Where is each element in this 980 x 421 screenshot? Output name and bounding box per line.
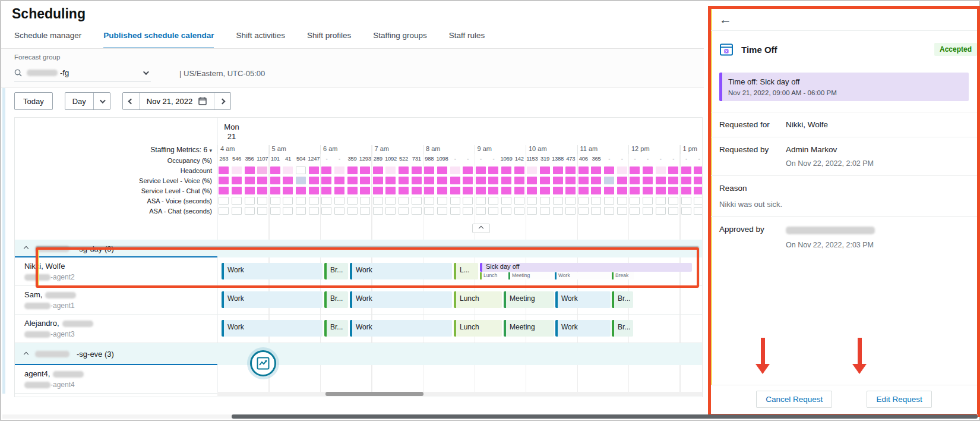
schedule-bar-break[interactable]: Br... xyxy=(612,320,633,337)
heatmap-cell[interactable] xyxy=(527,166,537,174)
heatmap-cell[interactable] xyxy=(385,177,396,184)
heatmap-cell[interactable] xyxy=(476,187,486,194)
schedule-subsegment-meeting[interactable]: Meeting xyxy=(508,272,554,279)
heatmap-cell[interactable] xyxy=(617,207,627,215)
heatmap-cell[interactable] xyxy=(514,207,524,215)
heatmap-cell[interactable] xyxy=(245,207,255,215)
heatmap-cell[interactable] xyxy=(283,187,293,194)
heatmap-cell[interactable] xyxy=(488,197,498,205)
tab-staff-rules[interactable]: Staff rules xyxy=(449,31,485,49)
heatmap-cell[interactable] xyxy=(694,207,703,215)
heatmap-cell[interactable] xyxy=(540,197,550,205)
schedule-bar-work[interactable]: Work xyxy=(350,291,452,308)
heatmap-cell[interactable] xyxy=(450,197,460,205)
heatmap-cell[interactable] xyxy=(334,166,344,174)
heatmap-cell[interactable] xyxy=(399,197,409,205)
heatmap-cell[interactable] xyxy=(373,207,383,215)
scrollbar-thumb[interactable] xyxy=(325,392,423,396)
heatmap-cell[interactable] xyxy=(219,207,229,215)
agent-row[interactable]: Sam,-agent1WorkBr...WorkLunchMeetingWork… xyxy=(15,286,702,315)
heatmap-cell[interactable] xyxy=(424,197,434,205)
date-picker[interactable]: Nov 21, 2022 xyxy=(139,93,214,109)
heatmap-cell[interactable] xyxy=(309,177,319,184)
heatmap-cell[interactable] xyxy=(321,187,331,194)
heatmap-cell[interactable] xyxy=(617,197,627,205)
heatmap-cell[interactable] xyxy=(656,197,666,205)
heatmap-cell[interactable] xyxy=(565,166,576,174)
heatmap-cell[interactable] xyxy=(540,207,550,215)
heatmap-cell[interactable] xyxy=(219,166,229,174)
heatmap-cell[interactable] xyxy=(668,177,678,184)
schedule-subsegment-lunch[interactable]: Lunch xyxy=(480,272,507,279)
heatmap-cell[interactable] xyxy=(501,166,511,174)
schedule-bar-work[interactable]: Work xyxy=(555,291,611,308)
heatmap-cell[interactable] xyxy=(527,177,537,184)
heatmap-cell[interactable] xyxy=(257,177,267,184)
heatmap-cell[interactable] xyxy=(540,187,550,194)
schedule-bar-work[interactable]: Work xyxy=(555,320,611,337)
heatmap-cell[interactable] xyxy=(334,197,344,205)
heatmap-cell[interactable] xyxy=(296,187,306,194)
heatmap-cell[interactable] xyxy=(565,187,576,194)
heatmap-cell[interactable] xyxy=(681,207,691,215)
heatmap-cell[interactable] xyxy=(527,187,537,194)
heatmap-cell[interactable] xyxy=(578,197,589,205)
heatmap-cell[interactable] xyxy=(283,177,293,184)
heatmap-cell[interactable] xyxy=(245,187,255,194)
agent-row[interactable]: Nikki, Wolfe-agent2WorkBr...WorkL...Sick… xyxy=(15,257,702,286)
heatmap-cell[interactable] xyxy=(412,207,422,215)
heatmap-cell[interactable] xyxy=(450,177,460,184)
heatmap-cell[interactable] xyxy=(578,177,589,184)
heatmap-cell[interactable] xyxy=(424,166,434,174)
heatmap-cell[interactable] xyxy=(257,207,267,215)
heatmap-cell[interactable] xyxy=(681,197,691,205)
heatmap-cell[interactable] xyxy=(501,177,511,184)
heatmap-cell[interactable] xyxy=(437,177,447,184)
heatmap-cell[interactable] xyxy=(630,207,640,215)
heatmap-cell[interactable] xyxy=(373,197,383,205)
heatmap-cell[interactable] xyxy=(424,207,434,215)
heatmap-cell[interactable] xyxy=(321,166,331,174)
intraday-chart-button[interactable] xyxy=(250,350,276,376)
heatmap-cell[interactable] xyxy=(553,166,563,174)
back-arrow-icon[interactable]: ← xyxy=(719,12,732,27)
heatmap-cell[interactable] xyxy=(424,177,434,184)
heatmap-cell[interactable] xyxy=(463,187,473,194)
heatmap-cell[interactable] xyxy=(437,207,447,215)
heatmap-cell[interactable] xyxy=(694,177,703,184)
heatmap-cell[interactable] xyxy=(437,187,447,194)
prev-day-button[interactable] xyxy=(123,93,139,109)
schedule-bar-lunch[interactable]: L... xyxy=(454,263,478,279)
cancel-request-button[interactable]: Cancel Request xyxy=(756,391,832,408)
heatmap-cell[interactable] xyxy=(656,166,666,174)
heatmap-cell[interactable] xyxy=(514,197,524,205)
schedule-bar-break[interactable]: Br... xyxy=(324,263,348,279)
heatmap-cell[interactable] xyxy=(540,166,550,174)
heatmap-cell[interactable] xyxy=(488,207,498,215)
horizontal-scrollbar[interactable] xyxy=(217,392,702,396)
heatmap-cell[interactable] xyxy=(232,177,242,184)
agent-row[interactable]: Alejandro,-agent3WorkBr...WorkLunchMeeti… xyxy=(15,315,702,343)
group-header[interactable]: -sg-eve (3) xyxy=(15,343,702,365)
heatmap-cell[interactable] xyxy=(360,207,370,215)
heatmap-cell[interactable] xyxy=(270,166,280,174)
heatmap-cell[interactable] xyxy=(630,197,640,205)
heatmap-cell[interactable] xyxy=(591,166,601,174)
heatmap-cell[interactable] xyxy=(604,177,614,184)
schedule-bar-work[interactable]: Work xyxy=(222,291,323,308)
heatmap-cell[interactable] xyxy=(360,187,370,194)
heatmap-cell[interactable] xyxy=(450,207,460,215)
heatmap-cell[interactable] xyxy=(450,187,460,194)
heatmap-cell[interactable] xyxy=(232,166,242,174)
heatmap-cell[interactable] xyxy=(656,187,666,194)
heatmap-cell[interactable] xyxy=(347,197,358,205)
schedule-bar-work[interactable]: Work xyxy=(222,320,323,337)
heatmap-cell[interactable] xyxy=(476,177,486,184)
heatmap-cell[interactable] xyxy=(412,166,422,174)
schedule-bar-break[interactable]: Br... xyxy=(324,291,348,308)
schedule-bar-meeting[interactable]: Meeting xyxy=(504,291,554,308)
heatmap-cell[interactable] xyxy=(399,207,409,215)
collapse-metrics-button[interactable] xyxy=(472,224,490,233)
heatmap-cell[interactable] xyxy=(360,177,370,184)
staffing-metrics-dropdown[interactable]: Staffing Metrics: 6 ▾ xyxy=(15,145,212,156)
